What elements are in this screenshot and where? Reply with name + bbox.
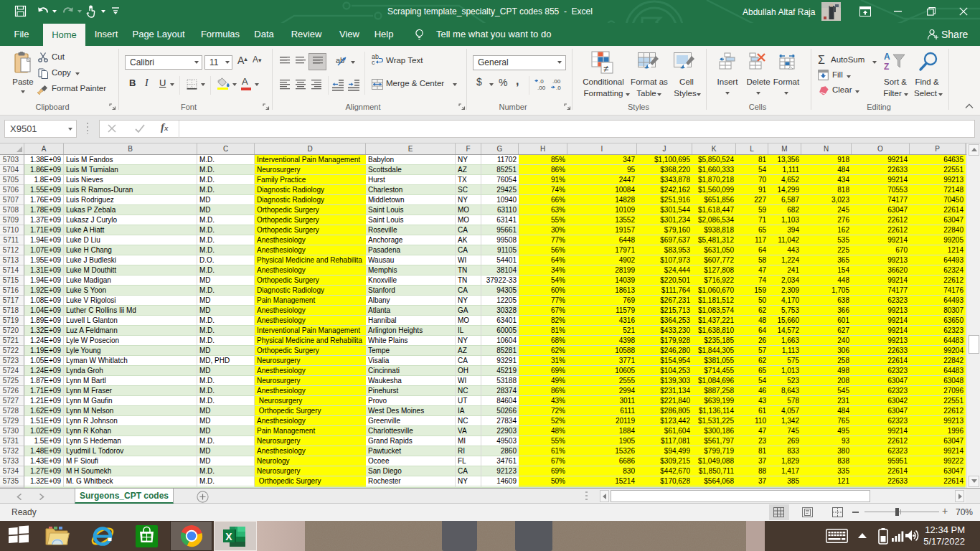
svg-text:≠: ≠	[603, 63, 608, 74]
svg-text:.00: .00	[552, 78, 561, 85]
svg-text:c: c	[372, 59, 375, 65]
svg-text:Z: Z	[884, 62, 889, 72]
svg-text:.0: .0	[539, 78, 544, 85]
svg-text:A: A	[884, 52, 890, 62]
svg-text:X: X	[225, 531, 232, 542]
svg-text:.00: .00	[537, 85, 546, 90]
svg-text:.0: .0	[556, 85, 561, 90]
